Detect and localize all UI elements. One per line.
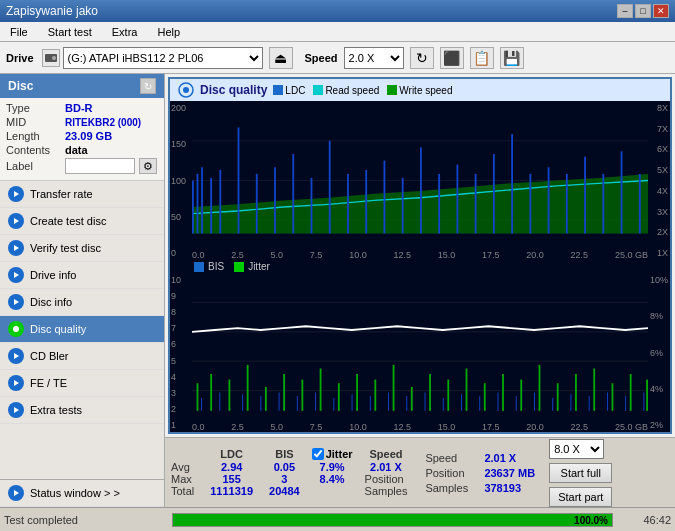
svg-rect-34 xyxy=(438,174,440,234)
drive-label: Drive xyxy=(6,52,34,64)
svg-rect-80 xyxy=(279,392,280,410)
svg-rect-37 xyxy=(493,154,495,234)
max-ldc: 155 xyxy=(202,473,261,485)
disc-quality-header: Disc quality LDC Read speed Write speed xyxy=(170,79,670,101)
sidebar-item-disc-info-label: Disc info xyxy=(30,296,72,308)
svg-marker-10 xyxy=(14,407,19,413)
max-jitter: 8.4% xyxy=(308,473,357,485)
max-row: Max 155 3 8.4% Position xyxy=(171,473,415,485)
svg-rect-40 xyxy=(548,167,550,233)
svg-rect-28 xyxy=(329,141,331,234)
svg-rect-90 xyxy=(461,394,462,411)
jitter-check-header: Jitter xyxy=(308,448,357,461)
gear-button[interactable]: ⚙ xyxy=(139,158,157,174)
save-button[interactable]: 💾 xyxy=(500,47,524,69)
disc-refresh-icon[interactable]: ↻ xyxy=(140,78,156,94)
svg-rect-92 xyxy=(498,392,499,410)
menu-start-test[interactable]: Start test xyxy=(42,25,98,39)
top-chart-y-right: 8X 7X 6X 5X 4X 3X 2X 1X xyxy=(655,101,670,260)
samples-stat-row: Samples 378193 xyxy=(425,482,535,494)
avg-jitter: 7.9% xyxy=(308,461,357,473)
svg-rect-95 xyxy=(552,398,553,411)
create-test-disc-icon xyxy=(8,213,24,229)
svg-rect-97 xyxy=(589,396,590,411)
sidebar-item-create-test-disc[interactable]: Create test disc xyxy=(0,208,164,235)
svg-rect-32 xyxy=(402,178,404,234)
svg-marker-6 xyxy=(14,299,19,305)
minimize-button[interactable]: – xyxy=(617,4,633,18)
sidebar-item-drive-info[interactable]: Drive info xyxy=(0,262,164,289)
svg-rect-84 xyxy=(352,394,353,411)
drive-select[interactable]: (G:) ATAPI iHBS112 2 PL06 xyxy=(63,47,263,69)
eject-button[interactable]: ⏏ xyxy=(269,47,293,69)
svg-rect-23 xyxy=(238,128,240,234)
svg-rect-24 xyxy=(256,174,258,234)
disc-mid-key: MID xyxy=(6,116,61,128)
svg-rect-18 xyxy=(192,181,194,234)
sidebar-item-disc-info[interactable]: Disc info xyxy=(0,289,164,316)
refresh-button[interactable]: ↻ xyxy=(410,47,434,69)
disc-label-input[interactable] xyxy=(65,158,135,174)
erase-button[interactable]: ⬛ xyxy=(440,47,464,69)
avg-label: Avg xyxy=(171,461,202,473)
disc-label-key: Label xyxy=(6,160,61,172)
bottom-chart-y-left: 10 9 8 7 6 5 4 3 2 1 xyxy=(170,273,182,432)
svg-rect-69 xyxy=(539,365,541,411)
svg-rect-64 xyxy=(447,380,449,411)
svg-rect-29 xyxy=(347,174,349,234)
start-part-button[interactable]: Start part xyxy=(549,487,612,507)
sidebar-item-verify-test-disc[interactable]: Verify test disc xyxy=(0,235,164,262)
sidebar-item-fe-te[interactable]: FE / TE xyxy=(0,370,164,397)
speed-val: 2.01 X xyxy=(357,461,416,473)
start-full-button[interactable]: Start full xyxy=(549,463,612,483)
svg-rect-36 xyxy=(475,174,477,234)
disc-type-key: Type xyxy=(6,102,61,114)
speed-stat-val: 2.01 X xyxy=(484,452,516,464)
sidebar-item-disc-quality[interactable]: Disc quality xyxy=(0,316,164,343)
jitter-checkbox[interactable] xyxy=(312,448,324,460)
maximize-button[interactable]: □ xyxy=(635,4,651,18)
top-chart-x-labels: 0.0 2.5 5.0 7.5 10.0 12.5 15.0 17.5 20.0… xyxy=(192,250,648,260)
bottom-chart-svg xyxy=(192,273,648,420)
menu-extra[interactable]: Extra xyxy=(106,25,144,39)
disc-contents-row: Contents data xyxy=(6,144,158,156)
svg-rect-70 xyxy=(557,383,559,411)
sidebar-item-status-window[interactable]: Status window > > xyxy=(0,479,164,507)
sidebar-item-transfer-rate[interactable]: Transfer rate xyxy=(0,181,164,208)
jitter-check-label[interactable]: Jitter xyxy=(312,448,353,460)
menu-file[interactable]: File xyxy=(4,25,34,39)
total-bis: 20484 xyxy=(261,485,308,497)
cd-bler-icon xyxy=(8,348,24,364)
speed-select[interactable]: 1.0 X 2.0 X 4.0 X 6.0 X 8.0 X xyxy=(344,47,404,69)
speed-select-small[interactable]: 2.0 X 4.0 X 6.0 X 8.0 X xyxy=(549,439,604,459)
action-group: 2.0 X 4.0 X 6.0 X 8.0 X Start full Start… xyxy=(549,439,612,507)
sidebar-item-create-test-disc-label: Create test disc xyxy=(30,215,106,227)
svg-rect-85 xyxy=(370,396,371,411)
top-chart-svg xyxy=(192,101,648,260)
svg-rect-74 xyxy=(630,374,632,411)
svg-marker-3 xyxy=(14,218,19,224)
fe-te-icon xyxy=(8,375,24,391)
sidebar-item-extra-tests[interactable]: Extra tests xyxy=(0,397,164,424)
svg-rect-53 xyxy=(247,365,249,411)
disc-contents-val: data xyxy=(65,144,88,156)
disc-contents-key: Contents xyxy=(6,144,61,156)
disc-quality-icon xyxy=(8,321,24,337)
samples-stat-val: 378193 xyxy=(484,482,521,494)
ldc-header: LDC xyxy=(202,448,261,461)
close-button[interactable]: ✕ xyxy=(653,4,669,18)
speed-stat-row: Speed 2.01 X xyxy=(425,452,535,464)
svg-rect-44 xyxy=(621,151,623,233)
copy-button[interactable]: 📋 xyxy=(470,47,494,69)
read-speed-legend-label: Read speed xyxy=(325,85,379,96)
svg-rect-96 xyxy=(570,394,571,411)
svg-rect-20 xyxy=(201,167,203,233)
svg-rect-57 xyxy=(320,369,322,411)
jitter-legend-label: Jitter xyxy=(248,261,270,272)
menu-help[interactable]: Help xyxy=(151,25,186,39)
sidebar-item-verify-test-disc-label: Verify test disc xyxy=(30,242,101,254)
legend-ldc: LDC xyxy=(273,85,305,96)
sidebar-item-cd-bler[interactable]: CD Bler xyxy=(0,343,164,370)
speed-header: Speed xyxy=(357,448,416,461)
svg-rect-91 xyxy=(479,396,480,411)
